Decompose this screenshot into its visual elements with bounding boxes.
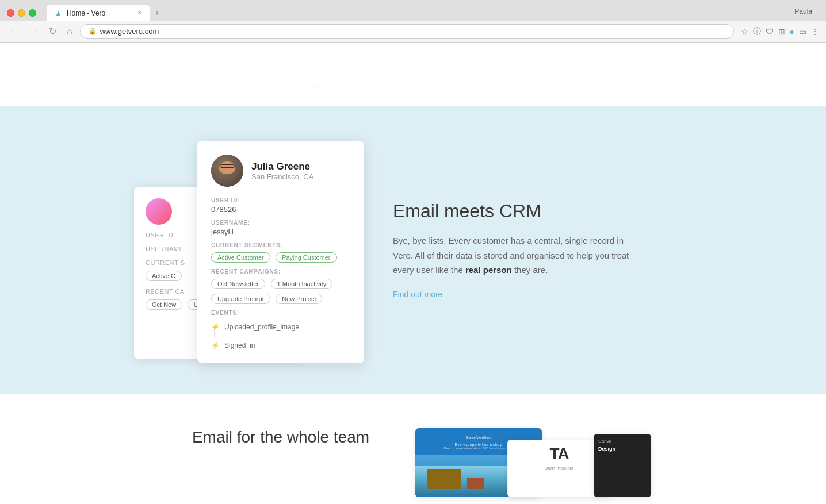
userid-value: 078526 [211, 205, 350, 214]
card-header: Julia Greene San Francisco, CA [211, 155, 350, 187]
campaigns-label: RECENT CAMPAIGNS: [211, 268, 350, 275]
email-preview-stack: BeenVerified Every property has a story.… [415, 428, 634, 504]
tab-title: Home - Vero [67, 9, 105, 17]
find-out-more-link[interactable]: Find out more [393, 290, 442, 299]
tab-bar: ▲ Home - Vero ✕ + [47, 5, 164, 21]
bottom-text: Email for the whole team [192, 428, 369, 456]
bg-campaign-tag-1: Oct New [146, 299, 182, 310]
campaigns-list-2: Upgrade Prompt New Project [211, 291, 350, 304]
new-tab-button[interactable]: + [150, 5, 164, 21]
event-text-1: Uploaded_profile_image [224, 323, 299, 331]
url-text: www.getvero.com [100, 27, 159, 36]
browser-toolbar: ← → ↻ ⌂ 🔒 www.getvero.com ☆ ⓘ 🛡 ⊞ ● ▭ ⋮ [0, 21, 826, 43]
back-button[interactable]: ← [7, 25, 22, 38]
email-card-3: Canva Design [594, 434, 651, 497]
menu-icon[interactable]: ⋮ [811, 27, 819, 36]
bottom-title: Email for the whole team [192, 428, 369, 447]
avatar [211, 155, 243, 187]
cast-icon[interactable]: ▭ [799, 27, 806, 36]
campaign-tag-inactivity: 1 Month Inactivity [271, 279, 333, 289]
browser-chrome: ▲ Home - Vero ✕ + Paula ← → ↻ ⌂ 🔒 www.ge… [0, 0, 826, 43]
address-bar[interactable]: 🔒 www.getvero.com [80, 24, 734, 39]
bg-segment-tag: Active C [146, 271, 182, 281]
top-card-1 [143, 55, 315, 89]
segments-label: CURRENT SEGMENTS: [211, 242, 350, 248]
browser-titlebar: ▲ Home - Vero ✕ + Paula [0, 0, 826, 21]
event-item-1: ⚡ Uploaded_profile_image [211, 323, 350, 331]
bottom-section: Email for the whole team BeenVerified Ev… [0, 394, 826, 504]
segments-list: Active Customer Paying Customer [211, 250, 350, 263]
userid-label: USER ID: [211, 197, 350, 203]
campaign-tag-newproject: New Project [276, 294, 322, 304]
top-card-2 [327, 55, 499, 89]
home-button[interactable]: ⌂ [64, 25, 75, 38]
tab-close-button[interactable]: ✕ [137, 9, 142, 17]
feature-desc-part2: they are. [512, 265, 548, 275]
shield-icon[interactable]: 🛡 [766, 27, 774, 36]
campaigns-list: Oct Newsletter 1 Month Inactivity [211, 276, 350, 289]
events-section: ⚡ Uploaded_profile_image ⚡ Signed_in [211, 323, 350, 349]
close-button[interactable] [7, 9, 14, 17]
info-icon[interactable]: ⓘ [753, 26, 761, 37]
campaign-tag-oct: Oct Newsletter [211, 279, 265, 289]
reload-button[interactable]: ↻ [46, 25, 59, 38]
lock-icon: 🔒 [89, 28, 97, 35]
avatar-face [219, 161, 235, 174]
event-bolt-icon-2: ⚡ [211, 341, 220, 349]
event-connector [214, 331, 215, 337]
toolbar-icons: ☆ ⓘ 🛡 ⊞ ● ▭ ⋮ [741, 26, 819, 37]
segment-tag-paying: Paying Customer [276, 252, 336, 263]
cards-stack: USER ID: USERNAME CURRENT S Active C REC… [180, 141, 358, 359]
feature-description: Bye, bye lists. Every customer has a cen… [393, 233, 646, 278]
campaign-tag-upgrade: Upgrade Prompt [211, 294, 270, 304]
vero-icon[interactable]: ● [790, 27, 794, 36]
layers-icon[interactable]: ⊞ [778, 27, 785, 36]
maximize-button[interactable] [29, 9, 36, 17]
segment-tag-active: Active Customer [211, 252, 270, 263]
forward-button[interactable]: → [26, 25, 41, 38]
star-icon[interactable]: ☆ [741, 27, 748, 36]
avatar-glasses [220, 164, 235, 168]
feature-title: Email meets CRM [393, 201, 646, 222]
bg-avatar [146, 198, 172, 225]
user-info: Julia Greene San Francisco, CA [251, 161, 313, 181]
minimize-button[interactable] [18, 9, 25, 17]
feature-section: USER ID: USERNAME CURRENT S Active C REC… [0, 106, 826, 394]
avatar-image [211, 155, 243, 187]
tab-favicon: ▲ [55, 9, 62, 17]
events-label: EVENTS: [211, 310, 350, 316]
feature-text: Email meets CRM Bye, bye lists. Every cu… [393, 201, 646, 299]
user-name: Julia Greene [251, 161, 313, 172]
feature-desc-bold: real person [465, 265, 512, 275]
page-content: USER ID: USERNAME CURRENT S Active C REC… [0, 43, 826, 504]
username-label: USERNAME: [211, 220, 350, 226]
event-item-2: ⚡ Signed_in [211, 341, 350, 349]
top-section [0, 43, 826, 106]
active-tab[interactable]: ▲ Home - Vero ✕ [47, 5, 150, 21]
user-location: San Francisco, CA [251, 172, 313, 181]
user-card-main: Julia Greene San Francisco, CA USER ID: … [197, 141, 364, 363]
username-value: jessyH [211, 228, 350, 236]
top-card-3 [511, 55, 683, 89]
user-profile-label: Paula [787, 7, 819, 18]
traffic-lights [7, 9, 36, 17]
event-text-2: Signed_in [224, 341, 255, 349]
event-bolt-icon-1: ⚡ [211, 323, 220, 331]
